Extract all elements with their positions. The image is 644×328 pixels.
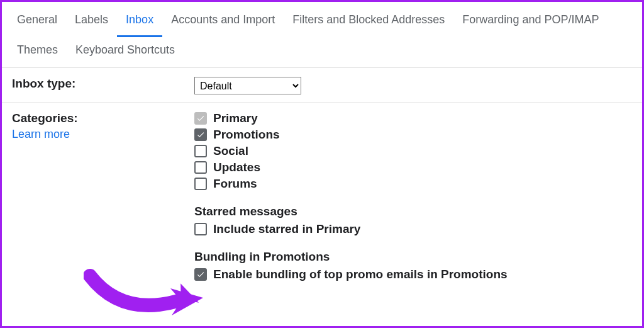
categories-label: Categories:: [12, 111, 194, 125]
check-icon: [196, 130, 205, 139]
category-label: Forums: [213, 177, 257, 191]
category-label: Social: [213, 144, 248, 158]
category-row-promotions: Promotions: [194, 128, 632, 142]
bundling-heading: Bundling in Promotions: [194, 250, 632, 264]
section-inbox-type: Inbox type: Default: [2, 68, 642, 103]
checkbox-forums[interactable]: [194, 178, 207, 190]
tab-forwarding[interactable]: Forwarding and POP/IMAP: [453, 7, 608, 37]
check-icon: [196, 114, 205, 123]
checkbox-primary: [194, 112, 207, 125]
tab-labels[interactable]: Labels: [66, 7, 117, 37]
check-icon: [196, 270, 205, 279]
settings-tabs: General Labels Inbox Accounts and Import…: [2, 2, 642, 68]
checkbox-promotions[interactable]: [194, 128, 207, 141]
tab-filters[interactable]: Filters and Blocked Addresses: [284, 7, 453, 37]
learn-more-link[interactable]: Learn more: [12, 128, 194, 141]
bundling-label: Enable bundling of top promo emails in P…: [213, 268, 508, 281]
category-label: Primary: [213, 111, 258, 125]
category-row-updates: Updates: [194, 161, 632, 174]
tab-inbox[interactable]: Inbox: [117, 7, 162, 37]
tab-keyboard[interactable]: Keyboard Shortcuts: [67, 37, 184, 67]
tab-themes[interactable]: Themes: [8, 37, 67, 67]
settings-content: Inbox type: Default Categories: Learn mo…: [2, 68, 642, 291]
inbox-type-select[interactable]: Default: [194, 77, 301, 94]
category-label: Updates: [213, 161, 260, 174]
inbox-type-label: Inbox type:: [12, 77, 194, 91]
category-label: Promotions: [213, 128, 280, 142]
starred-row: Include starred in Primary: [194, 222, 632, 236]
checkbox-starred[interactable]: [194, 223, 207, 235]
section-categories: Categories: Learn more Primary Promotion…: [2, 103, 642, 291]
category-row-forums: Forums: [194, 177, 632, 191]
starred-heading: Starred messages: [194, 205, 632, 218]
tab-general[interactable]: General: [8, 7, 66, 37]
category-row-primary: Primary: [194, 111, 632, 125]
category-row-social: Social: [194, 144, 632, 158]
bundling-row: Enable bundling of top promo emails in P…: [194, 268, 632, 281]
checkbox-social[interactable]: [194, 145, 207, 157]
checkbox-updates[interactable]: [194, 161, 207, 174]
starred-label: Include starred in Primary: [213, 222, 360, 236]
checkbox-bundling[interactable]: [194, 268, 207, 281]
tab-accounts[interactable]: Accounts and Import: [162, 7, 284, 37]
